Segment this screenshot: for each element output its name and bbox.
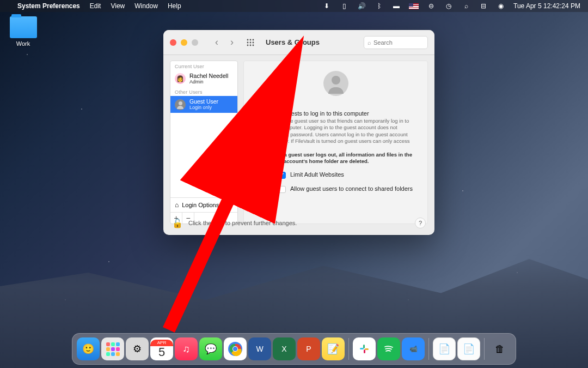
dock-excel[interactable]: X [273,337,296,360]
edit-menu[interactable]: Edit [90,2,101,10]
clock-icon[interactable]: ◷ [444,2,454,10]
preferences-window: ‹ › Users & Groups ⌕ Current User 👩 [163,30,434,235]
volume-icon[interactable]: 🔊 [357,2,366,10]
svg-point-8 [253,44,254,46]
dock-trash[interactable]: 🗑 [488,337,511,360]
guest-avatar-icon [175,99,186,110]
lock-row: 🔓 Click the lock to prevent further chan… [172,218,426,228]
dock-music[interactable]: ♫ [175,337,198,360]
bluetooth-icon[interactable]: ᛒ [374,2,384,10]
dock-slack[interactable] [353,337,376,360]
desktop-background: System Preferences Edit View Window Help… [0,0,588,368]
window-menu[interactable]: Window [134,2,158,10]
admin-avatar-icon: 👩 [175,73,186,84]
dock-recent-document-1[interactable]: 📄 [433,337,456,360]
app-menu[interactable]: System Preferences [17,2,80,10]
spotify-icon [382,342,396,356]
svg-point-4 [250,41,252,43]
dock-separator-3 [484,338,485,360]
dock-messages[interactable]: 💬 [199,337,222,360]
menubar: System Preferences Edit View Window Help… [0,0,588,12]
dock-word[interactable]: W [248,337,271,360]
svg-point-2 [253,39,254,40]
shared-folders-label: Allow guest users to connect to shared f… [290,185,414,192]
control-center-icon[interactable]: ⊟ [479,2,488,10]
dock-recent-document-2[interactable]: 📄 [457,337,480,360]
login-options-label: Login Options [182,202,219,208]
allow-guest-login-warning: When a guest user logs out, all informat… [268,152,414,165]
guest-large-avatar-icon[interactable] [323,71,348,96]
battery-icon[interactable]: ▬ [391,2,401,10]
svg-rect-15 [365,348,369,350]
users-sidebar: Current User 👩 Rachel Needell Admin Othe… [170,61,238,224]
siri-icon[interactable]: ◉ [496,2,506,10]
spotlight-icon[interactable]: ⌕ [461,2,471,10]
current-user-header: Current User [170,61,237,70]
grid-icon [247,39,254,46]
dock-zoom[interactable]: 📹 [402,337,425,360]
window-zoom-button [192,39,198,46]
dock-separator-2 [428,338,429,360]
login-options-row[interactable]: ⌂ Login Options [170,198,237,213]
svg-rect-17 [364,349,365,353]
dock-spotify[interactable] [377,337,400,360]
guest-settings-pane: Allow guests to log in to this computer … [243,61,428,224]
dock-separator [348,338,349,360]
svg-rect-14 [360,348,364,349]
shared-folders-checkbox[interactable] [279,186,286,193]
allow-guest-login-description: Enable the guest user so that friends ca… [268,118,414,152]
allow-guest-login-checkbox[interactable] [257,111,264,118]
dock-powerpoint[interactable]: P [297,337,320,360]
svg-point-7 [250,44,252,46]
datetime-label[interactable]: Tue Apr 5 12:42:24 PM [513,2,580,10]
help-button[interactable]: ? [415,218,426,228]
search-input[interactable] [373,39,424,46]
search-box[interactable]: ⌕ [364,36,428,49]
launchpad-icon [106,342,120,356]
window-minimize-button[interactable] [181,39,187,46]
window-title: Users & Groups [266,38,320,46]
svg-point-3 [247,41,249,43]
battery-status-icon[interactable]: ▯ [339,2,349,10]
search-icon: ⌕ [367,39,371,46]
dock-system-preferences[interactable]: ⚙ [126,337,149,360]
dropbox-icon[interactable]: ⬇ [322,2,332,10]
view-menu[interactable]: View [111,2,125,10]
allow-guest-login-label: Allow guests to log in to this computer [268,110,414,117]
lock-icon[interactable]: 🔓 [172,218,183,228]
slack-icon [358,342,371,355]
svg-point-6 [247,44,249,46]
dock-launchpad[interactable] [101,337,124,360]
wifi-icon[interactable]: ⊖ [426,2,436,10]
input-flag-icon[interactable] [409,3,419,9]
dock-calendar[interactable]: APR5 [150,337,173,360]
svg-point-13 [233,347,237,351]
svg-point-5 [253,41,254,43]
current-user-name: Rachel Needell [189,73,228,79]
chrome-icon [227,341,243,357]
current-user-role: Admin [189,79,228,85]
folder-icon [10,16,37,38]
folder-label: Work [16,40,30,47]
window-titlebar[interactable]: ‹ › Users & Groups ⌕ [163,30,434,55]
svg-point-0 [247,39,249,40]
help-menu[interactable]: Help [168,2,181,10]
window-close-button[interactable] [170,39,176,46]
guest-user-name: Guest User [189,98,218,105]
dock-chrome[interactable] [224,337,247,360]
back-button[interactable]: ‹ [210,35,223,50]
other-users-header: Other Users [170,87,237,96]
svg-point-1 [250,39,252,40]
dock-finder[interactable]: 🙂 [77,337,100,360]
limit-adult-checkbox[interactable] [279,172,286,179]
current-user-row[interactable]: 👩 Rachel Needell Admin [170,70,237,87]
home-icon: ⌂ [175,201,179,209]
forward-button[interactable]: › [225,35,238,50]
guest-user-row[interactable]: Guest User Login only [170,96,237,112]
limit-adult-label: Limit Adult Websites [290,171,414,178]
dock-stickies[interactable]: 📝 [322,337,345,360]
dock: 🙂 ⚙ APR5 ♫ 💬 W X P 📝 📹 📄 📄 🗑 [72,333,516,365]
show-all-button[interactable] [244,35,257,50]
work-folder[interactable]: Work [8,16,38,47]
guest-user-role: Login only [189,105,218,110]
